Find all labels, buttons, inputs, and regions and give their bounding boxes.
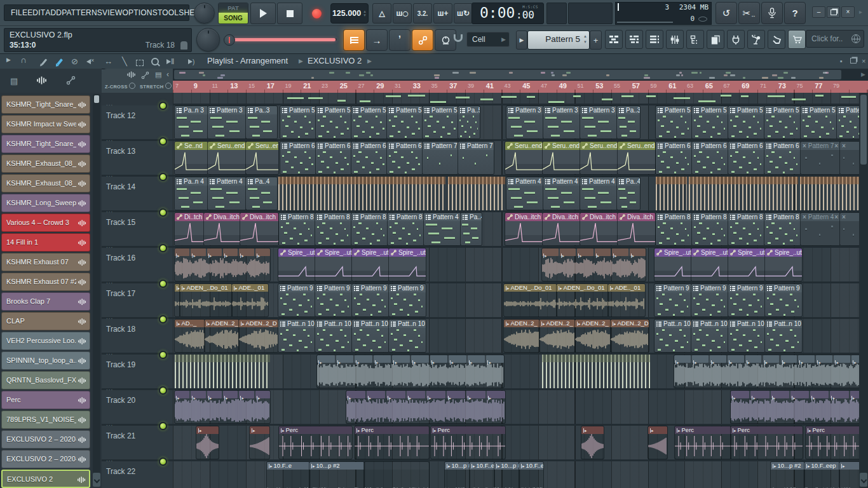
clip-header[interactable]: ▸ADEN..2_ xyxy=(539,320,575,327)
vscroll-down-button[interactable] xyxy=(860,473,867,487)
clip-header[interactable]: Pattern 6 xyxy=(692,142,728,150)
clip-header[interactable]: Diva..itch xyxy=(240,213,278,221)
clip-header[interactable]: Pattern 9 xyxy=(654,284,691,292)
playlist-clip-10-p-2[interactable]: ▸10...p #2 xyxy=(445,462,470,488)
track-lane-track-16[interactable]: ▸▸▸▸▸▸Spire_..utSpire_..utSpire_..utSpir… xyxy=(173,248,859,283)
audio-clip-segment[interactable]: ▸ xyxy=(207,248,222,256)
track-lane-track-20[interactable]: ▸▸▸▸▸▸▸▸▸▸▸▸▸▸▸▸▸▸▸▸▸ xyxy=(173,390,859,426)
playlist-clip-pa-3[interactable]: Pa..3 xyxy=(246,106,277,139)
clip-header[interactable]: Pattern 4 xyxy=(543,177,580,186)
playlist-clip[interactable] xyxy=(542,355,650,388)
track-header[interactable]: ...Track 22 xyxy=(102,461,173,488)
playlist-clip-pattern-8[interactable]: Pattern 8 xyxy=(315,213,351,245)
audio-clip-segment[interactable]: ▸ xyxy=(447,391,466,398)
picker-item[interactable]: KSHMR_Tight_Snare_... xyxy=(1,95,90,114)
clip-header[interactable]: Pattern 4 xyxy=(580,177,617,186)
clip-header[interactable]: ▸Perc xyxy=(279,426,352,434)
audio-clip-segment[interactable]: ▸ xyxy=(763,355,780,363)
audio-clip-segment[interactable]: ▸ xyxy=(810,391,829,398)
playlist-clip[interactable]: ▸▸▸▸▸▸▸ xyxy=(731,391,859,423)
audio-clip-segment[interactable]: ▸ xyxy=(542,248,559,256)
track-name[interactable]: Track 17 xyxy=(106,289,135,298)
playlist-clip-aden-do-01[interactable]: ▸ADEN_..Do_01 xyxy=(504,284,557,316)
clip-header[interactable]: ▸ADEN_..Do_01 xyxy=(180,284,232,292)
playlist-clip-pattern-7[interactable]: Pattern 7 xyxy=(458,142,494,174)
track-mute-led[interactable] xyxy=(159,208,167,217)
clip-header[interactable]: ▸ xyxy=(839,462,859,470)
playlist-clip-perc[interactable]: ▸Perc xyxy=(279,426,352,459)
clip-header[interactable]: Diva..itch xyxy=(580,213,618,221)
audio-clip-segment[interactable]: ▸ xyxy=(468,355,485,363)
playlist-clip-pattern-9[interactable]: Pattern 9 xyxy=(389,284,426,316)
playlist-clip[interactable]: ×× xyxy=(840,213,859,245)
playlist-clip[interactable]: ×× xyxy=(840,142,859,174)
clip-header[interactable]: ▸AD.._ xyxy=(175,320,205,327)
playlist-clip-diva-itch[interactable]: Diva..itch xyxy=(505,213,543,245)
menu-edit[interactable]: EDIT xyxy=(27,8,45,17)
playlist-clip-spire-ut[interactable]: Spire_..ut xyxy=(728,248,765,281)
audio-stripes-header[interactable] xyxy=(800,177,859,184)
playlist-clip-pattern-5[interactable]: Pattern 5 xyxy=(692,106,728,139)
clip-header[interactable]: ▸Perc xyxy=(431,426,505,434)
picker-item[interactable]: EXCLUSIVO 2 – 2020-... xyxy=(1,430,90,449)
track-lane-track-15[interactable]: Di..tchDiva..itchDiva..itchPattern 8Patt… xyxy=(173,212,859,248)
clip-header[interactable]: ▸Perc xyxy=(355,426,429,434)
clip-header[interactable]: Di..tch xyxy=(175,213,204,221)
track-lane-track-22[interactable]: ▸10.F..e▸10...p #2▸10...p #2▸10.F..eep▸1… xyxy=(173,461,859,488)
picker-item[interactable]: Brooks Clap 7 xyxy=(1,292,90,311)
playlist-clip-pattern-6[interactable]: Pattern 6 xyxy=(656,142,692,174)
clip-header[interactable]: Pa..n 4 xyxy=(175,177,208,186)
clip-header[interactable]: Pattern 6 xyxy=(728,142,764,150)
playlist-clip-pattern-8[interactable]: Pattern 8 xyxy=(692,213,728,245)
clip-header[interactable]: Pattern 6 xyxy=(764,142,801,150)
picker-item[interactable]: KSHMR Exhaust 07 xyxy=(1,253,90,271)
playlist-clip-perc[interactable]: ▸Perc xyxy=(731,426,803,459)
playlist-clip-pattern-4[interactable]: Pattern 4 xyxy=(543,177,580,210)
clip-header[interactable]: Patt..n 10 xyxy=(728,320,765,328)
playlist-clip[interactable]: ▸▸▸▸▸▸▸▸▸▸▸ xyxy=(674,355,859,388)
clip-header[interactable]: Pattern 8 xyxy=(656,213,692,221)
picker-item[interactable]: VEH2 Percussive Loo.. xyxy=(1,332,90,350)
playlist-clip-patt-n-10[interactable]: Patt..n 10 xyxy=(654,320,691,352)
playlist-clip-se-nd[interactable]: Se..nd xyxy=(175,142,208,174)
main-volume-knob[interactable] xyxy=(194,3,215,24)
clip-header[interactable]: Pattern 8 xyxy=(388,213,424,221)
track-grip[interactable]: ... xyxy=(106,278,113,285)
playlist-clip[interactable]: ▸▸▸▸▸▸▸▸ xyxy=(346,391,505,423)
picker-item[interactable]: 14 Fill in 1 xyxy=(1,233,90,252)
playlist-clip-seru-end[interactable]: Seru..end xyxy=(543,142,580,174)
playlist-clip-pattern-6[interactable]: Pattern 6 xyxy=(351,142,387,174)
clip-header[interactable]: Se..nd xyxy=(175,142,208,150)
clip-header[interactable]: Spire_..ut xyxy=(654,248,691,257)
audio-tab-icon[interactable] xyxy=(37,76,47,85)
track-lane-track-17[interactable]: ▸▸ADEN_..Do_01▸ADE.._01Pattern 9Pattern … xyxy=(173,283,859,319)
picker-item[interactable]: KSHMR_Long_Sweep... xyxy=(1,194,90,212)
playlist-detach-button[interactable]: ▪ xyxy=(840,57,843,65)
picker-item[interactable]: 789LPRS_V1_NOISE_... xyxy=(1,410,90,429)
audio-clip-segment[interactable]: ▸ xyxy=(560,248,576,256)
playlist-clip[interactable] xyxy=(278,177,445,210)
track-name[interactable]: Track 18 xyxy=(106,325,135,334)
playlist-clip-pattern-7[interactable]: ×Pattern 7× xyxy=(801,142,840,174)
news-panel[interactable]: Click for.. xyxy=(806,30,864,48)
playlist-clip-pattern-6[interactable]: Pattern 6 xyxy=(692,142,728,174)
playlist-clip-aden-2-[interactable]: ▸ADEN..2_ xyxy=(575,320,611,352)
draw-tool[interactable] xyxy=(41,58,47,65)
clip-header[interactable]: ▸10...p #2 xyxy=(771,462,804,470)
clip-header[interactable]: Pa..n 3 xyxy=(175,106,208,114)
playlist-clip[interactable]: ▸▸▸▸▸▸ xyxy=(175,248,270,281)
clip-header[interactable]: Spire_..ut xyxy=(728,248,765,257)
playlist-clip-pattern-3[interactable]: Pattern 3 xyxy=(506,106,543,139)
playlist-clip-10-f-e[interactable]: ▸10.F..e xyxy=(267,462,309,488)
clip-header[interactable]: Spire_..ut xyxy=(352,248,389,257)
stretch-toggle[interactable]: STRETCH xyxy=(140,83,172,90)
clip-header[interactable]: ▸ADE.._01 xyxy=(232,284,268,292)
clip-header[interactable]: ▸10.F..eep xyxy=(470,462,494,470)
playlist-clip-aden-2-[interactable]: ▸ADEN..2_ xyxy=(539,320,575,352)
scrollbar-thumb[interactable] xyxy=(174,70,841,79)
toolbar-overflow-arrow[interactable]: ▸ xyxy=(859,8,862,15)
playlist-clip-seru-end[interactable]: Seru..end xyxy=(208,142,246,174)
playlist-clip-pattern-4[interactable]: Pattern 4 xyxy=(580,177,617,210)
edison-scissors-button[interactable]: ✂↔ xyxy=(738,2,760,24)
audio-clip-segment[interactable]: ▸ xyxy=(674,355,691,363)
